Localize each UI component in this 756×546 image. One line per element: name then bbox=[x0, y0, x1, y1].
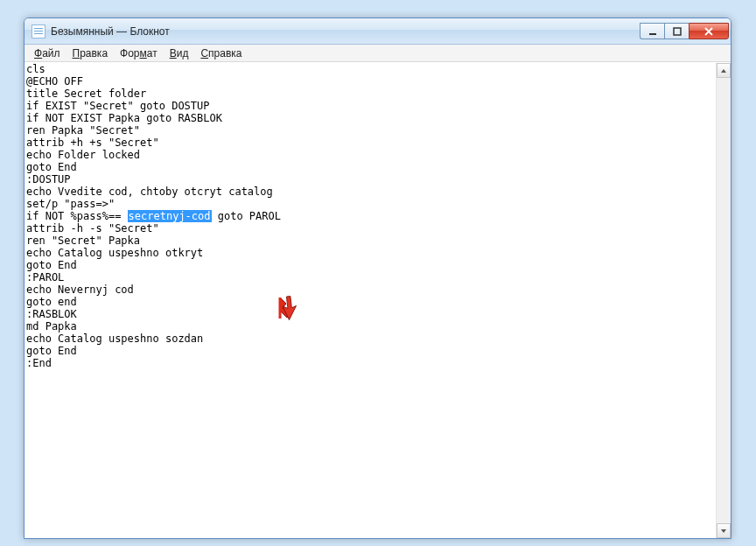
scroll-up-button[interactable] bbox=[717, 63, 731, 78]
svg-rect-0 bbox=[649, 33, 656, 35]
notepad-icon bbox=[32, 24, 46, 38]
menu-help[interactable]: Справка bbox=[194, 46, 248, 60]
sel-line-suffix: goto PAROL bbox=[212, 210, 281, 222]
svg-rect-1 bbox=[674, 28, 681, 35]
chevron-up-icon bbox=[720, 67, 727, 74]
text-after: attrib -h -s "Secret" ren "Secret" Papka… bbox=[26, 222, 203, 369]
menu-edit[interactable]: Правка bbox=[66, 46, 115, 60]
notepad-window: Безымянный — Блокнот Файл Правка Формат … bbox=[24, 18, 732, 539]
menu-view[interactable]: Вид bbox=[164, 46, 195, 60]
scroll-down-button[interactable] bbox=[717, 523, 731, 538]
content-area: cls @ECHO OFF title Secret folder if EXI… bbox=[24, 62, 731, 538]
titlebar[interactable]: Безымянный — Блокнот bbox=[24, 18, 731, 45]
menu-file[interactable]: Файл bbox=[28, 46, 66, 60]
minimize-icon bbox=[648, 27, 657, 36]
sel-line-prefix: if NOT %pass%== bbox=[26, 210, 128, 222]
vertical-scrollbar[interactable] bbox=[716, 63, 731, 538]
text-before: cls @ECHO OFF title Secret folder if EXI… bbox=[26, 63, 273, 210]
selected-text: secretnyj-cod bbox=[128, 210, 212, 222]
close-icon bbox=[704, 27, 713, 36]
scroll-track[interactable] bbox=[717, 78, 731, 523]
close-button[interactable] bbox=[689, 23, 729, 39]
menu-format[interactable]: Формат bbox=[114, 46, 164, 60]
minimize-button[interactable] bbox=[640, 23, 664, 39]
maximize-button[interactable] bbox=[664, 23, 689, 39]
chevron-down-icon bbox=[720, 528, 727, 535]
maximize-icon bbox=[673, 27, 682, 36]
menubar: Файл Правка Формат Вид Справка bbox=[24, 45, 731, 62]
text-editor[interactable]: cls @ECHO OFF title Secret folder if EXI… bbox=[24, 63, 716, 538]
window-buttons bbox=[640, 23, 729, 39]
window-title: Безымянный — Блокнот bbox=[51, 25, 640, 38]
